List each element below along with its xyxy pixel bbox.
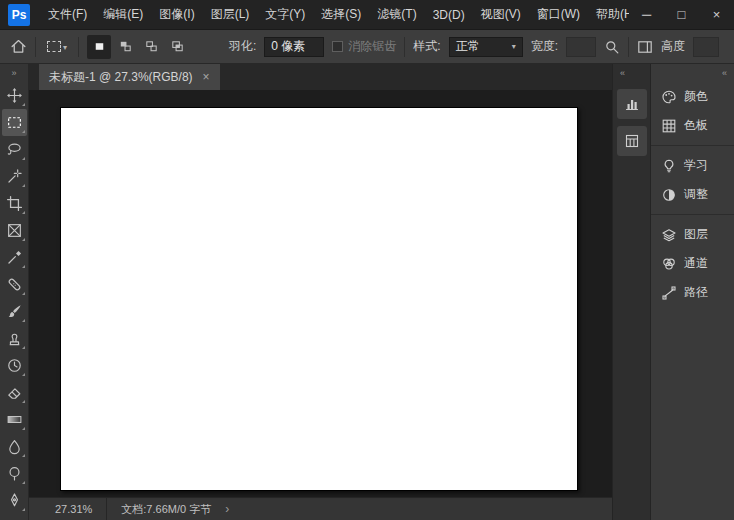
- window-controls: ─ □ ×: [629, 0, 734, 29]
- eraser-tool[interactable]: [2, 379, 27, 406]
- document-tab-bar: 未标题-1 @ 27.3%(RGB/8) ×: [29, 64, 612, 90]
- workspace: »: [0, 64, 734, 520]
- menu-list: 文件(F) 编辑(E) 图像(I) 图层(L) 文字(Y) 选择(S) 滤镜(T…: [40, 0, 629, 29]
- workspace-switcher-icon[interactable]: [637, 39, 653, 55]
- menu-select[interactable]: 选择(S): [313, 0, 369, 29]
- menu-3d[interactable]: 3D(D): [425, 0, 473, 29]
- feather-value: 0 像素: [271, 38, 305, 55]
- minimize-button[interactable]: ─: [629, 0, 664, 29]
- subtract-from-selection-button[interactable]: [139, 35, 163, 59]
- magic-wand-tool[interactable]: [2, 163, 27, 190]
- menu-view[interactable]: 视图(V): [473, 0, 529, 29]
- separator: [628, 37, 629, 57]
- brush-tool[interactable]: [2, 298, 27, 325]
- dodge-tool[interactable]: [2, 460, 27, 487]
- home-icon[interactable]: [10, 38, 27, 55]
- separator: [651, 214, 734, 215]
- active-tool-preset[interactable]: ▾: [44, 39, 70, 54]
- half-circle-icon: [661, 187, 677, 203]
- height-label: 高度: [661, 38, 685, 55]
- separator: [78, 37, 79, 57]
- logo-text: Ps: [12, 8, 27, 22]
- canvas[interactable]: [60, 107, 578, 491]
- spot-healing-brush-tool[interactable]: [2, 271, 27, 298]
- menu-filter[interactable]: 滤镜(T): [369, 0, 424, 29]
- menu-type[interactable]: 文字(Y): [257, 0, 313, 29]
- separator: [35, 37, 36, 57]
- maximize-button[interactable]: □: [664, 0, 699, 29]
- icon-dock-collapse-chevron[interactable]: «: [613, 64, 625, 82]
- panel-layers[interactable]: 图层: [651, 220, 734, 249]
- feather-input[interactable]: 0 像素: [264, 37, 324, 57]
- new-selection-button[interactable]: [87, 35, 111, 59]
- move-tool[interactable]: [2, 82, 27, 109]
- panel-label: 路径: [684, 284, 708, 301]
- document-tab[interactable]: 未标题-1 @ 27.3%(RGB/8) ×: [39, 64, 220, 90]
- antialias-checkbox[interactable]: [332, 41, 343, 52]
- options-bar: ▾ 羽化: 0 像素 消除锯齿 样式: 正: [0, 30, 734, 64]
- lasso-tool[interactable]: [2, 136, 27, 163]
- style-value: 正常: [456, 38, 480, 55]
- panel-label: 图层: [684, 226, 708, 243]
- library-panel-icon[interactable]: [617, 126, 647, 156]
- menu-file[interactable]: 文件(F): [40, 0, 95, 29]
- antialias-label: 消除锯齿: [348, 38, 396, 55]
- menubar: Ps 文件(F) 编辑(E) 图像(I) 图层(L) 文字(Y) 选择(S) 滤…: [0, 0, 734, 30]
- selection-mode-group: [87, 35, 189, 59]
- clone-stamp-tool[interactable]: [2, 325, 27, 352]
- tab-close-icon[interactable]: ×: [203, 70, 210, 84]
- menu-image[interactable]: 图像(I): [151, 0, 202, 29]
- chevron-down-icon: ▾: [512, 43, 516, 51]
- separator: [106, 498, 107, 520]
- panel-adjustments[interactable]: 调整: [651, 180, 734, 209]
- panel-label: 调整: [684, 186, 708, 203]
- tools-panel: »: [0, 64, 29, 520]
- close-button[interactable]: ×: [699, 0, 734, 29]
- channels-icon: [661, 256, 677, 272]
- panel-dock: « 颜色 色板 学习: [650, 64, 734, 520]
- collapsed-panel-dock: «: [612, 64, 650, 520]
- palette-icon: [661, 89, 677, 105]
- chevron-down-icon: ▾: [63, 44, 67, 52]
- document-size-info: 文档:7.66M/0 字节: [121, 502, 211, 517]
- pasteboard[interactable]: [29, 90, 612, 497]
- photoshop-logo-icon: Ps: [8, 4, 30, 26]
- path-icon: [661, 285, 677, 301]
- feather-label: 羽化:: [229, 38, 256, 55]
- menu-layer[interactable]: 图层(L): [203, 0, 258, 29]
- rectangular-marquee-tool[interactable]: [2, 109, 27, 136]
- crop-tool[interactable]: [2, 190, 27, 217]
- frame-tool[interactable]: [2, 217, 27, 244]
- menu-edit[interactable]: 编辑(E): [95, 0, 151, 29]
- rectangular-marquee-icon: [47, 41, 61, 52]
- panel-learn[interactable]: 学习: [651, 151, 734, 180]
- photoshop-window: Ps 文件(F) 编辑(E) 图像(I) 图层(L) 文字(Y) 选择(S) 滤…: [0, 0, 734, 520]
- height-input[interactable]: [693, 37, 719, 57]
- history-brush-tool[interactable]: [2, 352, 27, 379]
- separator: [651, 145, 734, 146]
- style-label: 样式:: [413, 38, 440, 55]
- zoom-level-field[interactable]: 27.31%: [55, 503, 92, 515]
- menu-help[interactable]: 帮助(H): [588, 0, 629, 29]
- gradient-tool[interactable]: [2, 406, 27, 433]
- panel-color[interactable]: 颜色: [651, 82, 734, 111]
- blur-tool[interactable]: [2, 433, 27, 460]
- panel-paths[interactable]: 路径: [651, 278, 734, 307]
- pen-tool[interactable]: [2, 487, 27, 514]
- style-select[interactable]: 正常 ▾: [449, 37, 523, 57]
- histogram-panel-icon[interactable]: [617, 89, 647, 119]
- panel-swatches[interactable]: 色板: [651, 111, 734, 140]
- panel-label: 学习: [684, 157, 708, 174]
- add-to-selection-button[interactable]: [113, 35, 137, 59]
- intersect-selection-button[interactable]: [165, 35, 189, 59]
- panel-dock-collapse-chevron[interactable]: «: [722, 64, 734, 82]
- panel-channels[interactable]: 通道: [651, 249, 734, 278]
- toolbar-expand-chevron[interactable]: »: [11, 64, 16, 82]
- panel-label: 色板: [684, 117, 708, 134]
- search-icon[interactable]: [604, 39, 620, 55]
- status-chevron-icon[interactable]: ›: [225, 502, 229, 516]
- menu-window[interactable]: 窗口(W): [529, 0, 588, 29]
- eyedropper-tool[interactable]: [2, 244, 27, 271]
- width-input[interactable]: [566, 37, 596, 57]
- panel-label: 通道: [684, 255, 708, 272]
